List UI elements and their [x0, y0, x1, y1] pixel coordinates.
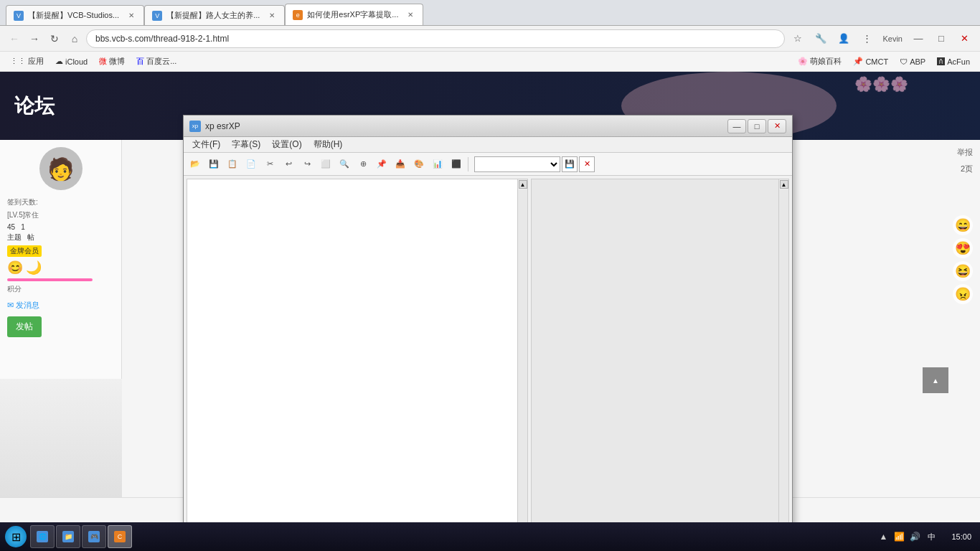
tool-add[interactable]: ⊕ [354, 156, 372, 173]
tab-3-close[interactable]: ✕ [405, 10, 415, 20]
menu-help[interactable]: 帮助(H) [308, 137, 349, 152]
tool-color[interactable]: 🎨 [410, 156, 428, 173]
tool-pin[interactable]: 📌 [373, 156, 390, 173]
menu-font[interactable]: 字幕(S) [226, 137, 266, 152]
abp-label: ABP [910, 57, 925, 66]
emoji-grin[interactable]: 😄 [953, 215, 973, 235]
toolbar-dropdown[interactable] [474, 156, 560, 172]
taskbar-game-btn[interactable]: 🎮 [82, 525, 106, 548]
taskbar-browser-btn[interactable]: 🌐 [30, 525, 55, 548]
bookmark-acfun[interactable]: 🅰 AcFun [933, 56, 974, 67]
tab-2-close[interactable]: ✕ [267, 11, 277, 21]
toolbar-save-btn[interactable]: 💾 [562, 156, 578, 172]
minimize-button[interactable]: — [727, 119, 746, 133]
stats-left-num: 45 [7, 223, 15, 231]
stats-label-right: 帖 [27, 232, 34, 242]
right-panel-content [532, 179, 778, 522]
extensions-btn[interactable]: 🔧 [811, 29, 831, 49]
menu-settings[interactable]: 设置(O) [266, 137, 307, 152]
tool-black[interactable]: ⬛ [448, 156, 465, 173]
window-main-content: ▲ ▼ ◄ ► [184, 176, 792, 522]
toolbar-sep [468, 157, 468, 171]
left-scroll-track[interactable] [518, 189, 527, 522]
bookmark-star[interactable]: ☆ [788, 29, 808, 49]
tool-blank[interactable]: ⬜ [317, 156, 334, 173]
emoji-laugh[interactable]: 😆 [953, 261, 973, 281]
tab-1[interactable]: V 【新提醒】VCB-Studios... ✕ [6, 5, 144, 25]
tool-import[interactable]: 📥 [392, 156, 409, 173]
window-controls: — □ ✕ [727, 119, 786, 133]
tab-1-close[interactable]: ✕ [126, 11, 136, 21]
menu-file[interactable]: 文件(F) [187, 137, 226, 152]
window-toolbar: 📂 💾 📋 📄 ✂ ↩ ↪ ⬜ 🔍 ⊕ 📌 📥 🎨 📊 ⬛ [184, 153, 792, 176]
acfun-icon: 🅰 [937, 57, 945, 66]
bookmark-icloud[interactable]: ☁ iCloud [51, 55, 92, 67]
address-input[interactable] [86, 29, 785, 48]
right-scroll-up[interactable]: ▲ [780, 180, 788, 189]
bookmark-moe[interactable]: 🌸 萌娘百科 [793, 55, 846, 68]
emoji-angry[interactable]: 😠 [953, 284, 973, 304]
left-panel-content[interactable] [187, 179, 517, 522]
close-browser[interactable]: ✕ [954, 29, 974, 49]
home-button[interactable]: ⌂ [66, 30, 83, 47]
close-button[interactable]: ✕ [768, 119, 786, 133]
minimize-browser[interactable]: — [908, 29, 928, 49]
toolbar-delete-btn[interactable]: ✕ [579, 156, 595, 172]
bookmark-apps[interactable]: ⋮⋮ 应用 [6, 55, 48, 68]
bookmark-baidu[interactable]: 百 百度云... [132, 55, 181, 68]
tool-redo[interactable]: ↪ [298, 156, 316, 173]
tool-copy[interactable]: 📋 [224, 156, 241, 173]
tool-save2[interactable]: 💾 [205, 156, 222, 173]
menu-btn[interactable]: ⋮ [857, 29, 877, 49]
bookmark-cmct[interactable]: 📌 CMCT [849, 55, 892, 67]
taskbar-game-icon: 🎮 [88, 531, 100, 542]
emoji-heart[interactable]: 😍 [953, 238, 973, 258]
send-message-btn[interactable]: ✉ 发消息 [7, 300, 114, 311]
baidu-label: 百度云... [146, 56, 176, 67]
right-scrollbar: ▲ ▼ [778, 179, 788, 522]
bookmark-weibo[interactable]: 微 微博 [95, 55, 129, 68]
taskbar-file-btn[interactable]: 📁 [56, 525, 80, 548]
forum-logo: 论坛 [14, 93, 55, 120]
left-scroll-up[interactable]: ▲ [519, 180, 527, 189]
browser-frame: V 【新提醒】VCB-Studios... ✕ V 【新提醒】路人女主的养...… [0, 0, 980, 551]
tool-cut[interactable]: ✂ [261, 156, 278, 173]
tab-2[interactable]: V 【新提醒】路人女主的养... ✕ [144, 5, 285, 25]
post-button[interactable]: 发帖 [7, 316, 42, 337]
user-account-btn[interactable]: 👤 [834, 29, 854, 49]
maximize-button[interactable]: □ [748, 119, 766, 133]
refresh-button[interactable]: ↻ [46, 30, 63, 47]
tool-new[interactable]: 📄 [242, 156, 260, 173]
tool-undo[interactable]: ↩ [280, 156, 297, 173]
bookmarks-bar: ⋮⋮ 应用 ☁ iCloud 微 微博 百 百度云... 🌸 萌娘百科 📌 CM… [0, 52, 980, 72]
systray-volume-icon[interactable]: 🔊 [909, 531, 920, 542]
taskbar: ⊞ 🌐 📁 🎮 C ▲ 📶 🔊 中 15:00 [0, 522, 980, 551]
tool-open[interactable]: 📂 [187, 156, 204, 173]
back-button[interactable]: ← [6, 30, 23, 47]
right-scroll-track[interactable] [779, 189, 788, 522]
avatar: 🧑 [39, 147, 83, 190]
font-select[interactable] [474, 156, 560, 172]
window-titlebar: xp xp esrXP — □ ✕ [184, 116, 792, 137]
score-label: 积分 [7, 284, 114, 294]
systray-up-icon[interactable]: ▲ [877, 531, 889, 542]
abp-icon: 🛡 [900, 57, 908, 66]
email-icon: ✉ [7, 301, 14, 310]
forward-button[interactable]: → [26, 30, 43, 47]
restore-browser[interactable]: □ [931, 29, 951, 49]
taskbar-esrxp-btn[interactable]: C [108, 525, 132, 548]
start-menu-button[interactable]: ⊞ [3, 524, 29, 550]
tab-3[interactable]: e 如何使用esrXP字幕提取... ✕ [285, 4, 423, 25]
taskbar-browser-icon: 🌐 [37, 531, 48, 542]
systray-network-icon[interactable]: 📶 [893, 531, 905, 542]
stats-row: 45 1 [7, 223, 114, 231]
back-to-top-btn[interactable]: ▲ [923, 367, 948, 393]
tool-zoom[interactable]: 🔍 [336, 156, 353, 173]
tab-bar: V 【新提醒】VCB-Studios... ✕ V 【新提醒】路人女主的养...… [0, 0, 980, 26]
left-scrollbar: ▲ ▼ [517, 179, 527, 522]
tool-chart[interactable]: 📊 [429, 156, 446, 173]
bookmark-abp[interactable]: 🛡 ABP [895, 56, 930, 67]
taskbar-lang[interactable]: 中 [925, 532, 938, 542]
tab-2-favicon: V [152, 11, 162, 21]
window-menubar: 文件(F) 字幕(S) 设置(O) 帮助(H) [184, 137, 792, 153]
